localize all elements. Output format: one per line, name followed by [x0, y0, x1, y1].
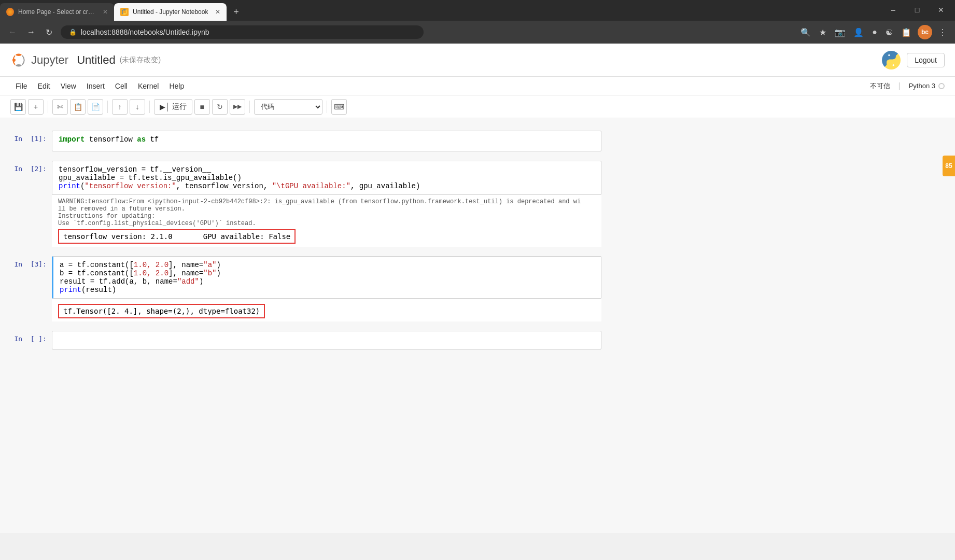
bookmark-icon[interactable]: ★ [817, 25, 828, 39]
toolbar-separator-1 [48, 101, 48, 113]
screenshot-icon[interactable]: 📷 [833, 25, 847, 39]
cell-4-content [52, 331, 601, 349]
logout-button[interactable]: Logout [907, 53, 945, 67]
restart-button[interactable]: ↻ [212, 99, 228, 115]
maximize-button[interactable]: □ [905, 1, 929, 19]
tab-home-label: Home Page - Select or create [18, 8, 95, 16]
cut-button[interactable]: ✄ [52, 99, 68, 115]
menu-view[interactable]: View [55, 80, 81, 92]
kernel-indicator: Python 3 [909, 82, 945, 90]
cell-3-input[interactable]: a = tf.constant([1.0, 2.0], name="a") b … [52, 256, 601, 299]
cell-4-input[interactable] [52, 331, 601, 349]
cell-1-wrapper: In [1]: import tensorflow as tf [0, 129, 955, 153]
menu-kernel[interactable]: Kernel [133, 80, 164, 92]
forward-button[interactable]: → [25, 25, 37, 39]
cell-2-warning: WARNING:tensorflow:From <ipython-input-2… [58, 198, 595, 227]
menu-right: 不可信 | Python 3 [870, 81, 945, 91]
url-text: localhost:8888/notebooks/Untitled.ipynb [81, 28, 209, 36]
new-tab-button[interactable]: + [229, 5, 243, 19]
browser-chrome: Home Page - Select or create ✕ Untitled … [0, 0, 955, 44]
side-panel[interactable]: 85 [943, 156, 955, 176]
run-button[interactable]: ▶│ 运行 [154, 99, 192, 115]
window-controls: – □ ✕ [881, 1, 955, 21]
menu-cell[interactable]: Cell [110, 80, 133, 92]
tab-home-close[interactable]: ✕ [103, 8, 108, 16]
run-label: 运行 [172, 102, 187, 111]
extensions-icon[interactable]: ● [870, 25, 879, 39]
tab-jupyter[interactable]: Untitled - Jupyter Notebook ✕ [114, 3, 227, 21]
cell-3-prompt: In [3]: [10, 256, 52, 268]
lock-icon: 🔒 [69, 29, 77, 36]
menu-help[interactable]: Help [164, 80, 189, 92]
move-up-button[interactable]: ↑ [112, 99, 128, 115]
cell-3-output: tf.Tensor([2. 4.], shape=(2,), dtype=flo… [52, 299, 601, 321]
paste-button[interactable]: 📄 [88, 99, 103, 115]
menu-icon[interactable]: ⋮ [936, 25, 949, 39]
add-cell-button[interactable]: + [28, 99, 44, 115]
close-button[interactable]: ✕ [929, 1, 953, 19]
svg-point-3 [16, 64, 22, 66]
move-down-button[interactable]: ↓ [130, 99, 145, 115]
notebook-content: In [1]: import tensorflow as tf In [2]: … [0, 118, 955, 533]
keyboard-shortcuts-button[interactable]: ⌨ [331, 99, 347, 115]
address-bar: ← → ↻ 🔒 localhost:8888/notebooks/Untitle… [0, 21, 955, 44]
tab-favicon-home [6, 8, 14, 16]
toolbar-separator-5 [327, 101, 327, 113]
menu-file[interactable]: File [10, 80, 33, 92]
toolbar-separator-3 [149, 101, 150, 113]
back-button[interactable]: ← [6, 25, 19, 39]
menu-bar: File Edit View Insert Cell Kernel Help 不… [0, 77, 955, 95]
kernel-status: 不可信 [870, 81, 890, 91]
svg-point-2 [16, 53, 22, 55]
tab-favicon-jupyter [120, 8, 129, 16]
cell-4-prompt: In [ ]: [10, 331, 52, 343]
restart-run-button[interactable]: ▶▶ [230, 99, 245, 115]
tab-home[interactable]: Home Page - Select or create ✕ [0, 3, 114, 21]
browser-actions: 🔍 ★ 📷 👤 ● ☯ 📋 bc ⋮ [798, 25, 949, 39]
jupyter-logo: Jupyter [10, 52, 68, 68]
cell-1-input[interactable]: import tensorflow as tf [52, 131, 601, 151]
cell-2-output: WARNING:tensorflow:From <ipython-input-2… [52, 195, 601, 247]
notebook-title[interactable]: Untitled [77, 53, 116, 67]
cell-type-select[interactable]: 代码 Markdown Raw NBConvert [254, 99, 322, 115]
cell-4-wrapper: In [ ]: [0, 329, 955, 352]
cell-3-content: a = tf.constant([1.0, 2.0], name="a") b … [52, 256, 601, 321]
cell-1-prompt: In [1]: [10, 131, 52, 143]
header-right: Logout [882, 51, 945, 69]
search-icon[interactable]: 🔍 [798, 25, 813, 39]
user-avatar[interactable]: bc [918, 25, 932, 39]
svg-point-5 [888, 54, 890, 55]
notebook-unsaved: (未保存改变) [120, 55, 161, 65]
save-button[interactable]: 💾 [10, 99, 26, 115]
puzzle-icon[interactable]: ☯ [883, 25, 895, 39]
cell-3-wrapper: In [3]: a = tf.constant([1.0, 2.0], name… [0, 254, 955, 324]
tab-jupyter-close[interactable]: ✕ [215, 8, 220, 16]
cell-2-input[interactable]: tensorflow_version = tf.__version__ gpu_… [52, 161, 601, 195]
url-input[interactable]: 🔒 localhost:8888/notebooks/Untitled.ipyn… [61, 25, 424, 39]
python-logo [882, 51, 901, 69]
reload-button[interactable]: ↻ [44, 25, 54, 39]
kernel-name: Python 3 [909, 82, 935, 90]
toolbar: 💾 + ✄ 📋 📄 ↑ ↓ ▶│ 运行 ■ ↻ ▶▶ 代码 Markdown R… [0, 95, 955, 118]
history-icon[interactable]: 📋 [899, 25, 914, 39]
copy-button[interactable]: 📋 [70, 99, 86, 115]
toolbar-separator-2 [107, 101, 108, 113]
toolbar-separator-4 [249, 101, 250, 113]
jupyter-text: Jupyter [31, 53, 68, 67]
side-panel-label: 85 [945, 162, 952, 170]
notebook-header: Jupyter Untitled (未保存改变) Logout [0, 44, 955, 77]
cell-2-wrapper: In [2]: tensorflow_version = tf.__versio… [0, 159, 955, 249]
minimize-button[interactable]: – [881, 1, 905, 19]
cell-1-content: import tensorflow as tf [52, 131, 601, 151]
tab-jupyter-label: Untitled - Jupyter Notebook [133, 8, 208, 16]
menu-edit[interactable]: Edit [33, 80, 55, 92]
stop-button[interactable]: ■ [194, 99, 210, 115]
menu-insert[interactable]: Insert [81, 80, 110, 92]
cell-2-content: tensorflow_version = tf.__version__ gpu_… [52, 161, 601, 247]
profiles-icon[interactable]: 👤 [851, 25, 866, 39]
svg-point-0 [123, 9, 126, 10]
tab-bar: Home Page - Select or create ✕ Untitled … [0, 0, 955, 21]
jupyter-icon [10, 52, 27, 68]
svg-point-6 [893, 64, 894, 66]
cell-3-output-highlighted: tf.Tensor([2. 4.], shape=(2,), dtype=flo… [58, 304, 265, 318]
